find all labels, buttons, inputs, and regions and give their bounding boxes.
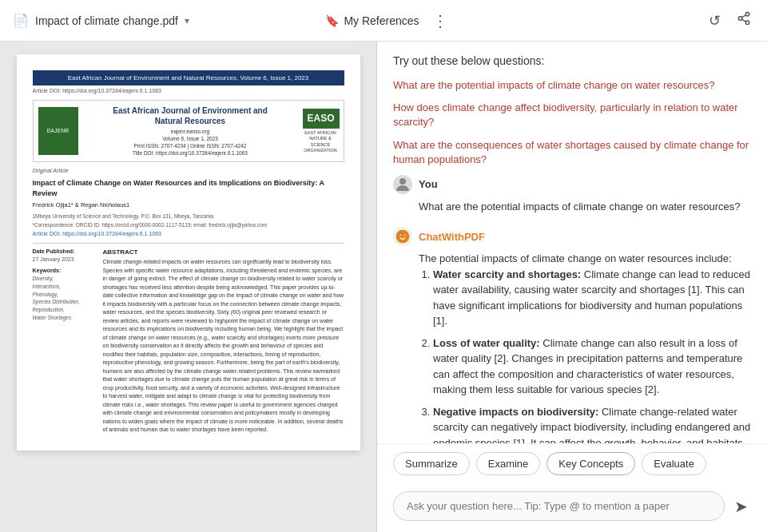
user-question-text: What are the potential impacts of climat… bbox=[419, 199, 751, 215]
date-label: Date Published: bbox=[33, 248, 97, 256]
svg-point-5 bbox=[399, 178, 406, 185]
user-avatar bbox=[393, 175, 412, 194]
pdf-panel: East African Journal of Environment and … bbox=[0, 42, 377, 532]
examine-button[interactable]: Examine bbox=[476, 452, 541, 475]
journal-title-doi: Title DOI: https://doi.org/10.37284/eaje… bbox=[85, 149, 296, 157]
chat-input[interactable] bbox=[393, 491, 725, 521]
file-name: Impact of climate change.pdf bbox=[35, 14, 178, 27]
references-label: My References bbox=[344, 14, 419, 27]
journal-name: East African Journal of Environment and … bbox=[85, 105, 296, 126]
date-value: 27 January 2023 bbox=[33, 256, 97, 264]
paper-title: Impact of Climate Change on Water Resour… bbox=[33, 178, 344, 198]
chat-body: Try out these below questions: What are … bbox=[377, 42, 767, 443]
top-bar-left: 📄 Impact of climate change.pdf ▾ bbox=[13, 13, 260, 28]
journal-issn: Print ISSN: 2707-4234 | Online ISSN: 270… bbox=[85, 142, 296, 149]
bot-point-3: Negative impacts on biodiversity: Climat… bbox=[433, 404, 751, 443]
bot-intro: The potential impacts of climate change … bbox=[419, 252, 732, 264]
top-bar-right: ↺ bbox=[507, 8, 754, 33]
original-article-label: Original Article bbox=[33, 167, 344, 175]
affiliation-1: 1Mbeya University of Science and Technol… bbox=[33, 212, 344, 220]
top-bar: 📄 Impact of climate change.pdf ▾ 🔖 My Re… bbox=[0, 0, 767, 42]
abstract-label: ABSTRACT bbox=[103, 248, 344, 256]
bot-name: ChatWithPDF bbox=[419, 231, 485, 243]
suggested-question-2[interactable]: How does climate change affect biodivers… bbox=[393, 101, 751, 129]
org-name: EAST AFRICAN NATURE & SCIENCE ORGANIZATI… bbox=[303, 130, 339, 153]
journal-website: eajenr.eanso.org bbox=[85, 128, 296, 135]
divider bbox=[33, 243, 344, 244]
bot-response: The potential impacts of climate change … bbox=[419, 251, 751, 443]
bot-point-1: Water scarcity and shortages: Climate ch… bbox=[433, 267, 751, 329]
send-button[interactable]: ➤ bbox=[731, 494, 751, 519]
svg-line-4 bbox=[741, 15, 745, 18]
keywords-label: Keywords: bbox=[33, 267, 97, 275]
input-bar: ➤ bbox=[377, 483, 767, 532]
paper-authors: Fredrick Ojija1* & Regan Nicholaus1 bbox=[33, 201, 344, 210]
undo-button[interactable]: ↺ bbox=[705, 9, 724, 33]
key-concepts-button[interactable]: Key Concepts bbox=[546, 452, 635, 475]
abstract-content: ABSTRACT Climate change-related impacts … bbox=[103, 248, 344, 435]
org-logo: EASO EAST AFRICAN NATURE & SCIENCE ORGAN… bbox=[303, 109, 339, 153]
abstract-section: Date Published: 27 January 2023 Keywords… bbox=[33, 248, 344, 435]
bot-message-header: ChatWithPDF bbox=[393, 227, 751, 246]
bookmark-icon: 🔖 bbox=[325, 14, 339, 27]
share-button[interactable] bbox=[733, 8, 754, 33]
svg-point-7 bbox=[400, 235, 402, 236]
date-keywords-block: Date Published: 27 January 2023 Keywords… bbox=[33, 248, 97, 435]
user-message-header: You bbox=[393, 175, 751, 194]
references-button[interactable]: 🔖 My References bbox=[316, 10, 428, 32]
bot-points-list: Water scarcity and shortages: Climate ch… bbox=[419, 267, 751, 443]
user-name: You bbox=[419, 178, 438, 190]
chevron-down-icon: ▾ bbox=[185, 15, 189, 26]
affiliation-2: *Correspondence: ORCID ID: https://orcid… bbox=[33, 221, 344, 228]
action-buttons-bar: Summarize Examine Key Concepts Evaluate bbox=[377, 443, 767, 483]
keywords-value: Diversity, Interactions, Phenology, Spec… bbox=[33, 275, 97, 322]
journal-banner: EAJENR East African Journal of Environme… bbox=[33, 100, 344, 162]
article-doi-header: Article DOI: https://doi.org/10.37284/ea… bbox=[33, 87, 344, 95]
journal-volume: Volume 6, Issue 1, 2023 bbox=[85, 135, 296, 142]
main-content: East African Journal of Environment and … bbox=[0, 42, 767, 532]
user-message: You What are the potential impacts of cl… bbox=[393, 175, 751, 215]
svg-point-8 bbox=[404, 235, 406, 236]
svg-point-0 bbox=[745, 13, 749, 17]
journal-header: East African Journal of Environment and … bbox=[33, 70, 344, 85]
pdf-page: East African Journal of Environment and … bbox=[17, 54, 360, 451]
journal-logo: EAJENR bbox=[38, 107, 78, 155]
article-doi-link: Article DOI: https://doi.org/10.37284/ea… bbox=[33, 230, 344, 238]
svg-line-3 bbox=[741, 19, 745, 22]
file-icon: 📄 bbox=[13, 13, 29, 28]
bot-point-2: Loss of water quality: Climate change ca… bbox=[433, 335, 751, 398]
bot-avatar bbox=[393, 227, 412, 246]
chat-panel: Try out these below questions: What are … bbox=[377, 42, 767, 532]
suggested-question-3[interactable]: What are the consequences of water short… bbox=[393, 138, 751, 167]
abstract-text: Climate change-related impacts on water … bbox=[103, 258, 344, 435]
easo-label: EASO bbox=[303, 109, 340, 129]
svg-point-1 bbox=[738, 17, 742, 21]
summarize-button[interactable]: Summarize bbox=[393, 452, 470, 475]
bot-message: ChatWithPDF The potential impacts of cli… bbox=[393, 227, 751, 443]
svg-point-2 bbox=[745, 21, 749, 25]
try-questions-label: Try out these below questions: bbox=[393, 54, 751, 67]
more-options-button[interactable]: ⋮ bbox=[429, 8, 451, 34]
top-bar-center: 🔖 My References ⋮ bbox=[260, 8, 507, 34]
evaluate-button[interactable]: Evaluate bbox=[642, 452, 706, 475]
suggested-question-1[interactable]: What are the potential impacts of climat… bbox=[393, 78, 751, 93]
svg-point-6 bbox=[396, 230, 410, 244]
journal-title-block: East African Journal of Environment and … bbox=[85, 105, 296, 157]
